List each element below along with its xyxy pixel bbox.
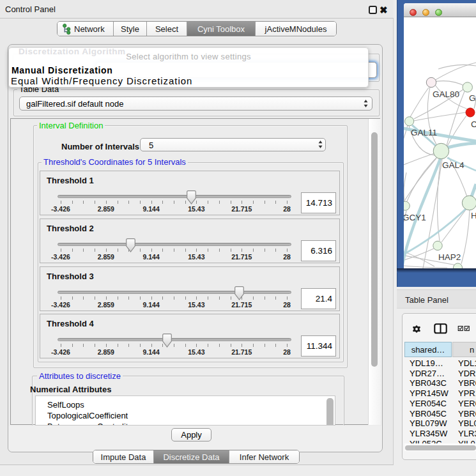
svg-text:H: H — [471, 211, 476, 220]
svg-text:GAL4: GAL4 — [442, 160, 464, 170]
svg-text:GA: GA — [469, 93, 476, 103]
svg-text:GCY1: GCY1 — [404, 213, 426, 222]
svg-text:C: C — [471, 119, 476, 129]
svg-text:GAL11: GAL11 — [411, 128, 437, 137]
svg-text:GAL80: GAL80 — [433, 89, 459, 99]
svg-text:HAP2: HAP2 — [438, 252, 461, 262]
